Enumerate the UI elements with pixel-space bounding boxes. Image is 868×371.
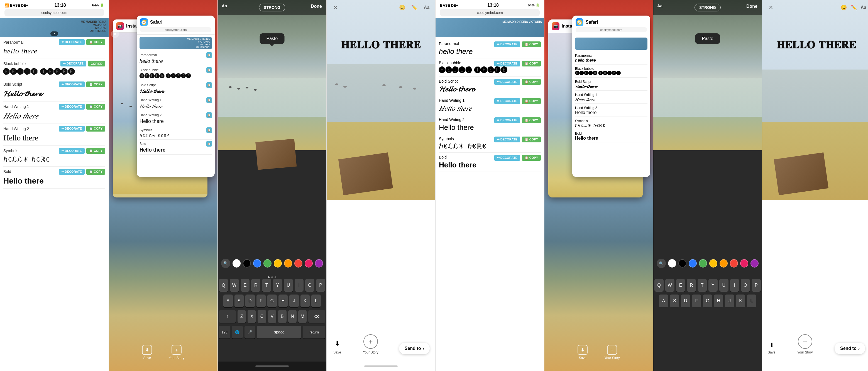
- p7-col-yellow[interactable]: [709, 259, 717, 268]
- p5-decorate-btn2[interactable]: ✏ DECORATE: [494, 61, 520, 66]
- key-shift[interactable]: ⇧: [219, 310, 236, 323]
- p7-done[interactable]: Done: [746, 4, 757, 9]
- p5-copy-btn6[interactable]: 📋 COPY: [522, 137, 541, 142]
- key-f[interactable]: F: [256, 295, 266, 307]
- key-j[interactable]: J: [289, 295, 299, 307]
- key-w[interactable]: W: [230, 279, 239, 292]
- instagram-close-button[interactable]: ✕: [111, 30, 119, 38]
- safari-copy-hw1[interactable]: 📋: [206, 97, 212, 103]
- color-pink[interactable]: [305, 259, 313, 268]
- p8-aa-icon[interactable]: Aa: [861, 5, 866, 10]
- p7-col-red[interactable]: [730, 259, 738, 268]
- p5-copy-btn7[interactable]: 📋 COPY: [522, 155, 541, 161]
- draw-icon[interactable]: ✏️: [410, 3, 418, 12]
- p8-save[interactable]: ⬇ Save: [768, 341, 775, 354]
- p5-decorate-btn4[interactable]: ✏ DECORATE: [494, 98, 520, 104]
- p8-yourstory[interactable]: ＋ Your Story: [797, 334, 813, 354]
- p5-copy-btn[interactable]: 📋 COPY: [522, 41, 541, 47]
- p7-key-l[interactable]: L: [747, 295, 756, 307]
- p5-copy-btn4[interactable]: 📋 COPY: [522, 98, 541, 104]
- key-a[interactable]: A: [223, 295, 233, 307]
- panel4-close-icon[interactable]: ✕: [331, 3, 339, 12]
- color-green[interactable]: [264, 259, 272, 268]
- p6-yourstory-btn[interactable]: ＋ Your Story: [604, 345, 620, 360]
- decorate-button-paranormal[interactable]: ✏ DECORATE: [59, 39, 85, 45]
- color-purple[interactable]: [315, 259, 323, 268]
- key-z[interactable]: Z: [238, 310, 246, 323]
- key-v[interactable]: V: [268, 310, 276, 323]
- copy-button-handwriting2[interactable]: 📋 COPY: [86, 126, 105, 132]
- p5-decorate-btn3[interactable]: ✏ DECORATE: [494, 79, 520, 85]
- p5-decorate-btn5[interactable]: ✏ DECORATE: [494, 117, 520, 123]
- scroll-up-button[interactable]: ∧: [51, 31, 58, 36]
- p7-key-y[interactable]: Y: [708, 279, 718, 292]
- paste-popup[interactable]: Paste: [260, 33, 285, 44]
- p7-key-p[interactable]: P: [752, 279, 761, 292]
- panel4-hello-there-text[interactable]: 𝐇𝐄𝐋𝐋𝐎 𝐓𝐇𝐄𝐑𝐄: [341, 39, 421, 51]
- decorate-button-boldscript[interactable]: ✏ DECORATE: [59, 81, 85, 87]
- decorate-button-blackbubble[interactable]: ✏ DECORATE: [60, 61, 86, 66]
- p7-col-green[interactable]: [699, 259, 707, 268]
- key-y[interactable]: Y: [273, 279, 282, 292]
- p7-key-d[interactable]: D: [681, 295, 690, 307]
- p8-draw-icon[interactable]: ✏️: [851, 4, 857, 10]
- key-space[interactable]: space: [257, 326, 301, 338]
- key-k[interactable]: K: [301, 295, 310, 307]
- done-button[interactable]: Done: [311, 4, 322, 9]
- style-strong-badge[interactable]: STRONG: [259, 4, 285, 11]
- p7-aa[interactable]: Aa: [657, 3, 662, 8]
- p7-key-a[interactable]: A: [659, 295, 668, 307]
- copied-button-blackbubble[interactable]: COPIED: [88, 61, 105, 66]
- key-s[interactable]: S: [235, 295, 244, 307]
- your-story-action[interactable]: ＋ Your Story: [363, 334, 378, 354]
- color-orange[interactable]: [284, 259, 292, 268]
- decorate-button-handwriting1[interactable]: ✏ DECORATE: [59, 104, 85, 109]
- p5-copy-btn2[interactable]: 📋 COPY: [522, 61, 541, 66]
- decorate-button-bold[interactable]: ✏ DECORATE: [59, 169, 85, 175]
- p7-key-e[interactable]: E: [676, 279, 685, 292]
- text-aa-icon[interactable]: Aa: [423, 3, 431, 12]
- p7-key-u[interactable]: U: [719, 279, 728, 292]
- key-globe[interactable]: 🌐: [232, 326, 243, 338]
- p7-key-w[interactable]: W: [665, 279, 675, 292]
- p8-hello-text[interactable]: 𝐇𝐄𝐋𝐋𝐎 𝐓𝐇𝐄𝐑𝐄: [777, 39, 857, 51]
- p5-copy-btn5[interactable]: 📋 COPY: [522, 117, 541, 123]
- send-to-button[interactable]: Send to ›: [399, 343, 430, 354]
- key-c[interactable]: C: [257, 310, 266, 323]
- p8-send-btn[interactable]: Send to ›: [835, 343, 865, 354]
- p7-key-g[interactable]: G: [703, 295, 712, 307]
- p7-key-h[interactable]: H: [714, 295, 723, 307]
- key-t[interactable]: T: [262, 279, 271, 292]
- key-g[interactable]: G: [267, 295, 277, 307]
- p5-decorate-btn[interactable]: ✏ DECORATE: [494, 41, 520, 47]
- key-b[interactable]: B: [278, 310, 286, 323]
- key-i[interactable]: I: [294, 279, 304, 292]
- p7-key-o[interactable]: O: [741, 279, 750, 292]
- p7-key-k[interactable]: K: [736, 295, 745, 307]
- p7-key-r[interactable]: R: [687, 279, 696, 292]
- p7-col-orange[interactable]: [720, 259, 727, 268]
- p5-decorate-btn6[interactable]: ✏ DECORATE: [494, 137, 520, 142]
- key-h[interactable]: H: [278, 295, 288, 307]
- your-story-action[interactable]: ＋ Your Story: [169, 345, 184, 360]
- key-e[interactable]: E: [241, 279, 250, 292]
- p7-paste[interactable]: Paste: [695, 33, 720, 44]
- copy-button-boldscript[interactable]: 📋 COPY: [86, 81, 105, 87]
- safari-app-card[interactable]: 🧭 Safari coolsymbol.com ME MADRID REINAV…: [137, 15, 215, 177]
- key-r[interactable]: R: [251, 279, 260, 292]
- p7-key-j[interactable]: J: [725, 295, 734, 307]
- safari-copy-hw2[interactable]: 📋: [206, 112, 212, 118]
- p5-decorate-btn7[interactable]: ✏ DECORATE: [494, 155, 520, 161]
- p7-strong[interactable]: STRONG: [694, 4, 721, 11]
- color-white[interactable]: [232, 259, 241, 268]
- safari-copy-symbols[interactable]: 📋: [206, 127, 212, 133]
- url-bar[interactable]: coolsymbol.com: [4, 9, 104, 16]
- key-p[interactable]: P: [316, 279, 325, 292]
- key-l[interactable]: L: [311, 295, 321, 307]
- aa-button[interactable]: Aa: [222, 3, 227, 8]
- p5-copy-btn3[interactable]: 📋 COPY: [522, 79, 541, 85]
- p7-col-black[interactable]: [678, 259, 686, 268]
- color-black[interactable]: [243, 259, 251, 268]
- key-x[interactable]: X: [248, 310, 256, 323]
- copy-button-paranormal[interactable]: 📋 COPY: [86, 39, 105, 45]
